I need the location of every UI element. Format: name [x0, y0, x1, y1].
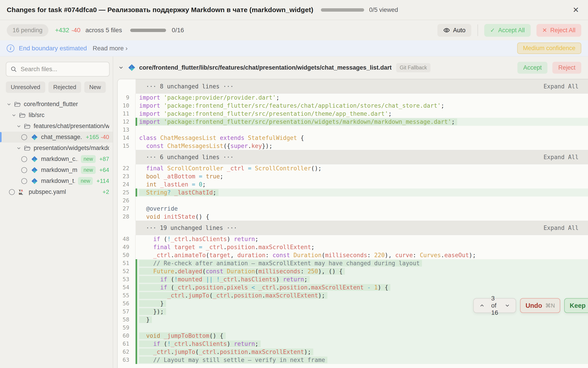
- chevron-down-icon: [16, 146, 21, 151]
- tree-file-markdown-t[interactable]: markdown_t...new+114: [0, 175, 113, 186]
- close-button[interactable]: ✕: [570, 5, 581, 15]
- tree-item-label: lib/src: [29, 112, 45, 119]
- additions-stat: +165: [86, 134, 99, 141]
- code-content: if (!_ctrl.hasClients) return;: [136, 235, 588, 243]
- collapse-chevron-icon[interactable]: [118, 65, 124, 71]
- unchanged-lines-label: ··· 6 unchanged lines ···: [146, 154, 234, 160]
- tree-file-markdown-c[interactable]: markdown_c...new+87: [0, 154, 113, 165]
- code-line-26: 26: [118, 197, 588, 205]
- diff-body: ··· 8 unchanged lines ···Expand All9impo…: [118, 79, 588, 364]
- line-number: 62: [118, 348, 136, 356]
- expand-all-button[interactable]: Expand All: [543, 83, 579, 90]
- yaml-file-icon: YAML: [18, 188, 26, 196]
- review-progress-label: 0/16: [172, 27, 184, 34]
- line-number: 49: [118, 243, 136, 251]
- line-number: 48: [118, 235, 136, 243]
- code-line-52: 52 Future.delayed(const Duration(millise…: [118, 267, 588, 275]
- additions-stat: +114: [96, 177, 109, 184]
- git-fallback-badge: Git Fallback: [396, 63, 430, 72]
- code-line-49: 49 final target = _ctrl.position.maxScro…: [118, 243, 588, 251]
- expand-all-button[interactable]: Expand All: [543, 224, 579, 231]
- undo-button[interactable]: Undo ⌘N: [520, 298, 560, 313]
- expand-all-button[interactable]: Expand All: [543, 154, 579, 160]
- tree-folder-lib-src[interactable]: lib/src: [0, 110, 113, 121]
- code-line-22: 22 final ScrollController _ctrl = Scroll…: [118, 164, 588, 172]
- tree-folder-features-chat-presentation-wi[interactable]: features/chat/presentation/wi...: [0, 121, 113, 132]
- code-content: }: [136, 316, 588, 324]
- code-content: import 'package:provider/provider.dart';: [136, 93, 588, 102]
- tree-folder-presentation-widgets-markdo[interactable]: presentation/widgets/markdo...: [0, 143, 113, 154]
- page-title: Changes for task #074dfca0 — Реализовать…: [7, 6, 313, 14]
- read-more-label: Read more: [93, 45, 124, 52]
- tree-file-pubspec-yaml[interactable]: YAMLpubspec.yaml+2: [0, 186, 113, 197]
- close-icon: ✕: [573, 6, 579, 14]
- read-more-link[interactable]: Read more ›: [93, 45, 128, 52]
- accept-all-button[interactable]: ✓ Accept All: [484, 24, 531, 37]
- keep-label: Keep: [570, 302, 586, 309]
- prev-change-button[interactable]: [479, 303, 485, 308]
- search-icon: [10, 66, 17, 73]
- additions-stat: +2: [102, 188, 109, 195]
- across-files-label: across 5 files: [85, 27, 122, 34]
- additions-stat: +87: [99, 156, 109, 163]
- line-number: 50: [118, 251, 136, 259]
- code-line-59: 59: [118, 324, 588, 332]
- auto-toggle-button[interactable]: Auto: [437, 24, 472, 37]
- toolbar-divider: [477, 24, 478, 36]
- code-line-12: 12import 'package:frontend_flutter/src/p…: [118, 118, 588, 126]
- line-number: 11: [118, 110, 136, 118]
- change-navigator: 3 of 16: [473, 298, 516, 313]
- tree-folder-core-frontend-flutter[interactable]: core/frontend_flutter: [0, 99, 113, 110]
- code-content: import 'package:frontend_flutter/src/pre…: [136, 118, 588, 126]
- code-line-61: 61 if (!_ctrl.hasClients) return;: [118, 340, 588, 348]
- line-number: 57: [118, 308, 136, 316]
- reject-file-button[interactable]: Reject: [552, 62, 581, 74]
- filter-chip-rejected[interactable]: Rejected: [48, 82, 81, 93]
- code-content: class ChatMessagesList extends StatefulW…: [136, 134, 588, 142]
- accept-file-button[interactable]: Accept: [517, 62, 548, 74]
- chevron-down-icon: [16, 124, 21, 129]
- unviewed-indicator-icon: [9, 189, 15, 195]
- code-content: String? _lastChatId;: [136, 188, 588, 197]
- dart-file-icon: [128, 64, 136, 71]
- folder-icon: [24, 145, 30, 152]
- code-line-9: 9import 'package:provider/provider.dart'…: [118, 93, 588, 102]
- undo-label: Undo: [525, 302, 542, 309]
- line-number: 24: [118, 180, 136, 188]
- confidence-badge: Medium confidence: [517, 43, 581, 54]
- viewed-progress-label: 0/5 viewed: [369, 7, 398, 13]
- code-content: [136, 197, 588, 205]
- filter-chip-new[interactable]: New: [84, 82, 106, 93]
- search-input[interactable]: [21, 66, 105, 73]
- next-change-button[interactable]: [504, 303, 510, 308]
- new-file-badge: new: [81, 155, 96, 163]
- line-number: 61: [118, 340, 136, 348]
- cross-icon: ✕: [542, 27, 547, 34]
- line-number: 14: [118, 134, 136, 142]
- tree-file-chat-message[interactable]: chat_message...+165-40: [0, 132, 113, 143]
- tree-file-markdown-m[interactable]: markdown_m...new+64: [0, 165, 113, 175]
- code-line-62: 62 _ctrl.jumpTo(_ctrl.position.maxScroll…: [118, 348, 588, 356]
- unviewed-indicator-icon: [21, 167, 27, 173]
- code-content: [136, 324, 588, 332]
- auto-label: Auto: [453, 27, 466, 34]
- svg-text:Y: Y: [19, 189, 21, 192]
- folder-icon: [19, 112, 26, 119]
- new-file-badge: new: [78, 177, 93, 185]
- code-content: // Re-check after animation — maxScrollE…: [136, 259, 588, 267]
- tree-item-label: core/frontend_flutter: [24, 101, 78, 108]
- filter-chips: UnresolvedRejectedNew: [6, 82, 110, 93]
- filter-chip-unresolved[interactable]: Unresolved: [6, 82, 45, 93]
- unchanged-section-bar: ··· 6 unchanged lines ···Expand All: [136, 150, 588, 164]
- code-content: // Layout may still settle — verify in n…: [136, 356, 588, 364]
- unchanged-lines-label: ··· 19 unchanged lines ···: [146, 224, 237, 231]
- line-number: 23: [118, 172, 136, 180]
- reject-all-button[interactable]: ✕ Reject All: [536, 24, 581, 37]
- code-content: void _jumpToBottom() {: [136, 332, 588, 340]
- keep-button[interactable]: Keep ⌘Y: [564, 298, 588, 313]
- unchanged-section-bar: ··· 8 unchanged lines ···Expand All: [136, 79, 588, 93]
- end-boundary-text: End boundary estimated: [19, 45, 87, 52]
- code-line-25: 25 String? _lastChatId;: [118, 188, 588, 197]
- unchanged-lines-label: ··· 8 unchanged lines ···: [146, 83, 234, 90]
- info-icon: i: [7, 45, 14, 52]
